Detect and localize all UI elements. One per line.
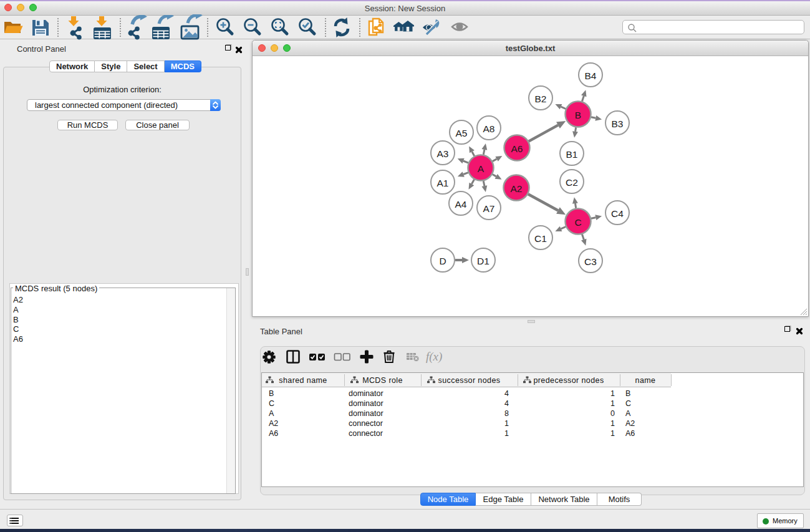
svg-text:A: A: [478, 163, 485, 174]
svg-text:D1: D1: [477, 256, 489, 266]
svg-text:A4: A4: [455, 199, 467, 210]
svg-text:A2: A2: [511, 183, 523, 194]
svg-text:C: C: [574, 217, 581, 228]
svg-text:B4: B4: [585, 70, 597, 81]
svg-text:A6: A6: [511, 143, 523, 154]
svg-text:C3: C3: [584, 256, 597, 267]
svg-text:A8: A8: [483, 123, 495, 134]
svg-text:C1: C1: [534, 233, 547, 244]
svg-text:A7: A7: [483, 203, 495, 214]
svg-text:D: D: [439, 256, 446, 266]
svg-text:A5: A5: [456, 128, 468, 138]
svg-text:A3: A3: [437, 148, 449, 159]
svg-text:C4: C4: [611, 208, 624, 219]
svg-text:B: B: [575, 110, 581, 120]
svg-text:B2: B2: [535, 94, 547, 104]
svg-text:C2: C2: [566, 177, 578, 188]
svg-text:A1: A1: [437, 178, 449, 188]
svg-text:B3: B3: [612, 118, 624, 129]
svg-text:B1: B1: [566, 149, 578, 160]
